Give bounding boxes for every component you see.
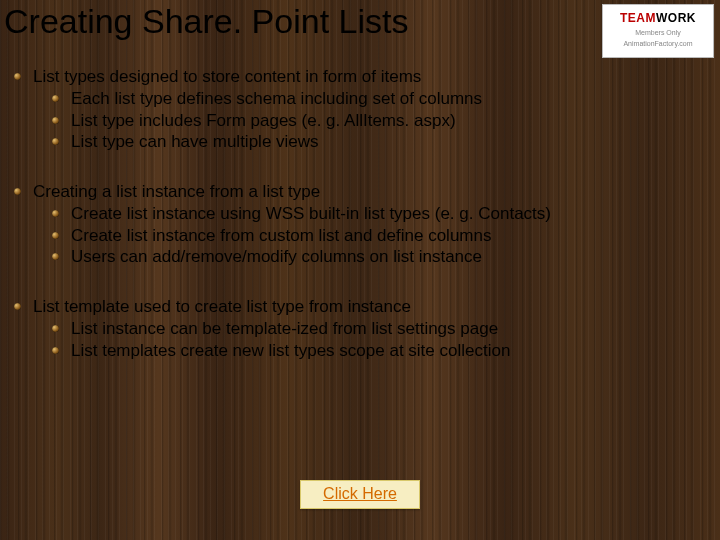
bullet-icon	[52, 210, 59, 217]
bullet-icon	[52, 347, 59, 354]
bullet-icon	[14, 73, 21, 80]
section-1: List types designed to store content in …	[14, 66, 700, 153]
list-item: List template used to create list type f…	[14, 296, 700, 318]
slide-title: Creating Share. Point Lists	[4, 2, 408, 41]
list-item: Create list instance using WSS built-in …	[52, 203, 700, 225]
list-item-label: Create list instance using WSS built-in …	[71, 203, 551, 225]
list-item-label: Each list type defines schema including …	[71, 88, 482, 110]
list-item-label: List template used to create list type f…	[33, 296, 411, 318]
list-item: List templates create new list types sco…	[52, 340, 700, 362]
bullet-icon	[14, 188, 21, 195]
list-item: Creating a list instance from a list typ…	[14, 181, 700, 203]
click-here-link[interactable]: Click Here	[300, 480, 420, 509]
bullet-icon	[52, 232, 59, 239]
list-item: List types designed to store content in …	[14, 66, 700, 88]
list-item-label: Create list instance from custom list an…	[71, 225, 491, 247]
list-item-label: List types designed to store content in …	[33, 66, 421, 88]
list-item: List type includes Form pages (e. g. All…	[52, 110, 700, 132]
bullet-icon	[52, 138, 59, 145]
list-item-label: Users can add/remove/modify columns on l…	[71, 246, 482, 268]
slide-body: List types designed to store content in …	[14, 66, 700, 389]
bullet-icon	[52, 95, 59, 102]
list-item-label: Creating a list instance from a list typ…	[33, 181, 320, 203]
teamwork-logo: TEAMWORK Members Only AnimationFactory.c…	[602, 4, 714, 58]
list-item-label: List instance can be template-ized from …	[71, 318, 498, 340]
section-3: List template used to create list type f…	[14, 296, 700, 361]
list-item: List instance can be template-ized from …	[52, 318, 700, 340]
list-item: Create list instance from custom list an…	[52, 225, 700, 247]
list-item-label: List type can have multiple views	[71, 131, 319, 153]
list-item: List type can have multiple views	[52, 131, 700, 153]
section-2: Creating a list instance from a list typ…	[14, 181, 700, 268]
list-item-label: List type includes Form pages (e. g. All…	[71, 110, 456, 132]
bullet-icon	[52, 253, 59, 260]
list-item: Each list type defines schema including …	[52, 88, 700, 110]
list-item: Users can add/remove/modify columns on l…	[52, 246, 700, 268]
bullet-icon	[52, 117, 59, 124]
bullet-icon	[52, 325, 59, 332]
bullet-icon	[14, 303, 21, 310]
list-item-label: List templates create new list types sco…	[71, 340, 510, 362]
